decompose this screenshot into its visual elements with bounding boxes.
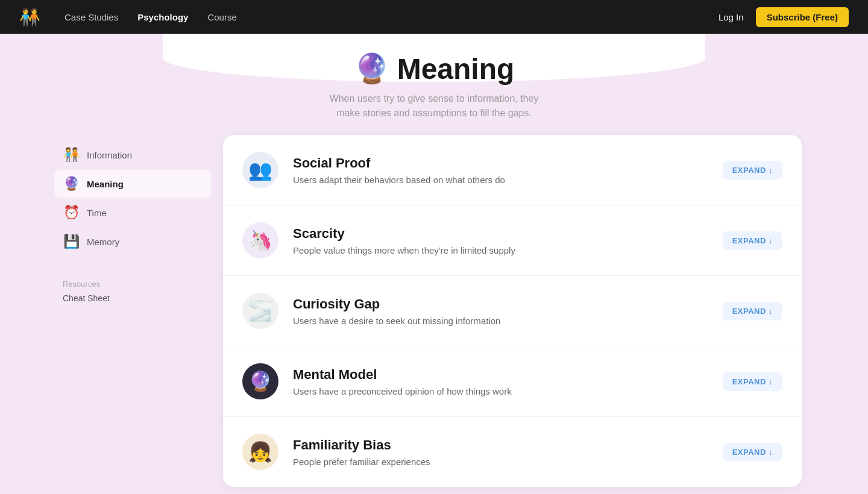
subscribe-button[interactable]: Subscribe (Free): [756, 7, 849, 27]
sidebar-label-meaning: Meaning: [87, 179, 124, 189]
familiarity-bias-icon: 👧: [242, 434, 278, 470]
social-proof-icon: 👥: [242, 152, 278, 188]
page-layout: 🧑‍🤝‍🧑 Information 🔮 Meaning ⏰ Time 💾 Mem…: [42, 135, 826, 487]
title-text: Meaning: [397, 52, 515, 86]
meaning-icon: 🔮: [63, 176, 80, 192]
scarcity-icon: 🦄: [242, 222, 278, 258]
page-subtitle: When users try to give sense to informat…: [0, 92, 868, 120]
nav-psychology[interactable]: Psychology: [137, 12, 188, 22]
curiosity-gap-icon: 🌫️: [242, 293, 278, 329]
card-curiosity-gap: 🌫️ Curiosity Gap Users have a desire to …: [223, 276, 802, 346]
logo-icon: 🧑‍🤝‍🧑: [19, 7, 40, 27]
curiosity-gap-desc: Users have a desire to seek out missing …: [293, 316, 708, 326]
sidebar-item-time[interactable]: ⏰ Time: [54, 199, 211, 227]
page-title: 🔮 Meaning: [0, 52, 868, 86]
sidebar-item-information[interactable]: 🧑‍🤝‍🧑 Information: [54, 141, 211, 169]
mental-model-icon: 🔮: [242, 363, 278, 399]
familiarity-bias-desc: People prefer familiar experiences: [293, 457, 708, 467]
page-background: 🔮 Meaning When users try to give sense t…: [0, 34, 868, 494]
mental-model-content: Mental Model Users have a preconceived o…: [293, 367, 708, 396]
card-social-proof: 👥 Social Proof Users adapt their behavio…: [223, 135, 802, 205]
cards-list: 👥 Social Proof Users adapt their behavio…: [223, 135, 802, 487]
memory-icon: 💾: [63, 234, 80, 249]
social-proof-expand[interactable]: EXPAND ↓: [723, 161, 782, 180]
page-header: 🔮 Meaning When users try to give sense t…: [0, 34, 868, 135]
sidebar-resources: Resources Cheat Sheet: [54, 280, 211, 304]
familiarity-bias-title: Familiarity Bias: [293, 437, 708, 453]
title-emoji: 🔮: [354, 52, 390, 86]
card-mental-model: 🔮 Mental Model Users have a preconceived…: [223, 346, 802, 417]
social-proof-content: Social Proof Users adapt their behaviors…: [293, 155, 708, 185]
curiosity-gap-title: Curiosity Gap: [293, 296, 708, 312]
navbar: 🧑‍🤝‍🧑 Case Studies Psychology Course Log…: [0, 0, 868, 34]
nav-case-studies[interactable]: Case Studies: [64, 12, 118, 22]
login-button[interactable]: Log In: [719, 12, 744, 22]
nav-right: Log In Subscribe (Free): [719, 7, 849, 27]
scarcity-desc: People value things more when they're in…: [293, 245, 708, 255]
resources-heading: Resources: [63, 280, 203, 289]
nav-course[interactable]: Course: [207, 12, 236, 22]
social-proof-desc: Users adapt their behaviors based on wha…: [293, 175, 708, 185]
curiosity-gap-content: Curiosity Gap Users have a desire to see…: [293, 296, 708, 326]
cheat-sheet-link[interactable]: Cheat Sheet: [63, 292, 203, 304]
information-icon: 🧑‍🤝‍🧑: [63, 147, 80, 163]
time-icon: ⏰: [63, 205, 80, 220]
sidebar-label-information: Information: [87, 150, 132, 160]
curiosity-gap-expand[interactable]: EXPAND ↓: [723, 302, 782, 320]
familiarity-bias-expand[interactable]: EXPAND ↓: [723, 443, 782, 461]
card-familiarity-bias: 👧 Familiarity Bias People prefer familia…: [223, 417, 802, 487]
scarcity-content: Scarcity People value things more when t…: [293, 226, 708, 255]
sidebar-nav: 🧑‍🤝‍🧑 Information 🔮 Meaning ⏰ Time 💾 Mem…: [54, 141, 211, 255]
familiarity-bias-content: Familiarity Bias People prefer familiar …: [293, 437, 708, 467]
mental-model-title: Mental Model: [293, 367, 708, 383]
sidebar-label-memory: Memory: [87, 237, 119, 247]
logo[interactable]: 🧑‍🤝‍🧑: [19, 7, 40, 27]
sidebar-label-time: Time: [87, 208, 107, 218]
scarcity-expand[interactable]: EXPAND ↓: [723, 231, 782, 250]
sidebar: 🧑‍🤝‍🧑 Information 🔮 Meaning ⏰ Time 💾 Mem…: [54, 135, 211, 487]
scarcity-title: Scarcity: [293, 226, 708, 242]
card-scarcity: 🦄 Scarcity People value things more when…: [223, 205, 802, 276]
mental-model-desc: Users have a preconceived opinion of how…: [293, 386, 708, 396]
social-proof-title: Social Proof: [293, 155, 708, 171]
sidebar-item-meaning[interactable]: 🔮 Meaning: [54, 170, 211, 198]
sidebar-item-memory[interactable]: 💾 Memory: [54, 228, 211, 255]
mental-model-expand[interactable]: EXPAND ↓: [723, 372, 782, 391]
main-content: 👥 Social Proof Users adapt their behavio…: [211, 135, 814, 487]
nav-links: Case Studies Psychology Course: [64, 12, 719, 22]
